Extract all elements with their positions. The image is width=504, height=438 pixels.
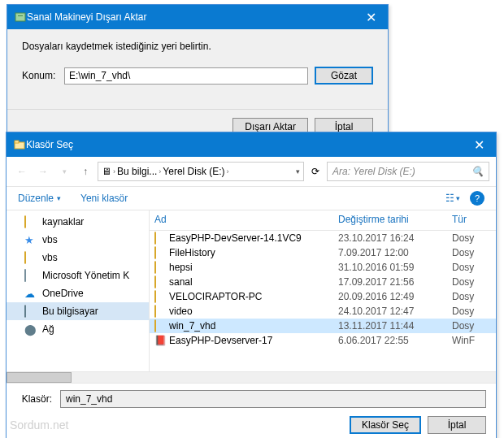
list-item[interactable]: sanal17.09.2017 21:56Dosy xyxy=(150,275,496,289)
file-name: EasyPHP-DevServer-14.1VC9 xyxy=(169,232,338,244)
file-type: 7.09.2017 12:00 xyxy=(338,247,452,258)
disk-icon xyxy=(24,270,37,281)
folder-icon xyxy=(154,247,167,258)
crumb-drive[interactable]: Yerel Disk (E:) xyxy=(163,166,224,177)
folder-icon xyxy=(154,320,167,332)
refresh-icon[interactable]: ⟳ xyxy=(307,163,324,180)
search-input[interactable]: Ara: Yerel Disk (E:) 🔍 xyxy=(327,162,489,181)
tree-item-label: kaynaklar xyxy=(42,216,84,228)
list-item[interactable]: VELOCIRAPTOR-PC20.09.2016 12:49Dosy xyxy=(150,289,496,304)
up-icon[interactable]: ↑ xyxy=(76,162,94,181)
folder-icon xyxy=(154,306,167,317)
view-mode-icon[interactable]: ☷▾ xyxy=(445,193,460,204)
file-name: sanal xyxy=(169,276,338,288)
svg-rect-0 xyxy=(15,13,25,21)
folder-icon xyxy=(24,252,37,263)
toolbar: Düzenle ▾ Yeni klasör ☷▾ ? xyxy=(7,187,496,210)
export-message: Dosyaları kaydetmek istediğiniz yeri bel… xyxy=(22,41,373,52)
folder-cancel-button[interactable]: İptal xyxy=(428,416,486,434)
file-type: 23.10.2017 16:24 xyxy=(338,232,452,244)
tree-item-label: vbs xyxy=(42,252,58,263)
folder-icon xyxy=(154,291,167,302)
tree-item-label: OneDrive xyxy=(42,288,84,299)
folder-input-row: Klasör: win_7_vhd xyxy=(16,390,486,408)
folder-buttons: Klasör Seç İptal xyxy=(16,416,486,434)
col-type[interactable]: Tür xyxy=(452,214,491,225)
close-icon[interactable]: ✕ xyxy=(354,5,388,29)
watermark: Sordum.net xyxy=(10,418,68,431)
tree-item-label: vbs xyxy=(42,234,58,245)
tree-item[interactable]: ⬤Ağ xyxy=(7,320,149,338)
chevron-down-icon: ▾ xyxy=(57,194,61,202)
onedrive-icon: ☁ xyxy=(24,288,37,299)
tree-item-label: Microsoft Yönetim K xyxy=(42,270,129,281)
export-dialog: Sanal Makineyi Dışarı Aktar ✕ Dosyaları … xyxy=(7,4,389,146)
file-type: 6.06.2017 22:55 xyxy=(338,335,452,346)
folder-close-icon[interactable]: ✕ xyxy=(462,132,496,157)
crumb-pc[interactable]: Bu bilgi... xyxy=(117,166,157,177)
breadcrumb[interactable]: 🖥 › Bu bilgi... › Yerel Disk (E:) › ▾ xyxy=(98,162,304,181)
svg-rect-3 xyxy=(15,141,19,143)
computer-icon xyxy=(24,306,37,317)
address-bar: ← → ▾ ↑ 🖥 › Bu bilgi... › Yerel Disk (E:… xyxy=(7,157,496,187)
folder-titlebar[interactable]: Klasör Seç ✕ xyxy=(7,132,496,157)
col-name[interactable]: Ad xyxy=(154,214,338,225)
horizontal-scrollbar[interactable] xyxy=(7,371,496,383)
network-icon: ⬤ xyxy=(24,323,37,335)
back-icon[interactable]: ← xyxy=(13,162,31,181)
location-label: Konum: xyxy=(22,70,58,81)
column-headers[interactable]: Ad Değiştirme tarihi Tür xyxy=(150,210,496,231)
folder-icon xyxy=(154,262,167,273)
search-icon: 🔍 xyxy=(471,166,484,177)
tree-item[interactable]: ☁OneDrive xyxy=(7,284,149,302)
folder-title-text: Klasör Seç xyxy=(26,139,462,150)
recent-dropdown-icon[interactable]: ▾ xyxy=(55,162,73,181)
chevron-right-icon: › xyxy=(113,167,115,176)
list-item[interactable]: FileHistory7.09.2017 12:00Dosy xyxy=(150,245,496,260)
file-name: VELOCIRAPTOR-PC xyxy=(169,291,338,302)
tree-item[interactable]: kaynaklar xyxy=(7,213,149,231)
export-icon xyxy=(14,11,27,24)
browse-button[interactable]: Gözat xyxy=(315,67,373,85)
tree-item[interactable]: ★vbs xyxy=(7,231,149,249)
list-pane: Ad Değiştirme tarihi Tür EasyPHP-DevServ… xyxy=(150,210,496,371)
tree-view[interactable]: kaynaklar★vbsvbsMicrosoft Yönetim K☁OneD… xyxy=(7,210,150,371)
tree-item-label: Bu bilgisayar xyxy=(42,306,98,317)
search-placeholder: Ara: Yerel Disk (E:) xyxy=(332,166,415,177)
chevron-right-icon: › xyxy=(159,167,161,176)
file-type: 13.11.2017 11:44 xyxy=(338,320,452,332)
tree-item-label: Ağ xyxy=(42,323,54,335)
folder-select-dialog: Klasör Seç ✕ ← → ▾ ↑ 🖥 › Bu bilgi... › Y… xyxy=(6,132,497,438)
file-type: 24.10.2017 12:47 xyxy=(338,306,452,317)
tree-item[interactable]: Microsoft Yönetim K xyxy=(7,267,149,284)
folder-name-input[interactable]: win_7_vhd xyxy=(60,390,486,408)
help-icon[interactable]: ? xyxy=(470,191,484,206)
tree-item[interactable]: vbs xyxy=(7,249,149,267)
chevron-down-icon[interactable]: ▾ xyxy=(296,167,300,176)
forward-icon[interactable]: → xyxy=(34,162,52,181)
organize-menu[interactable]: Düzenle ▾ xyxy=(18,193,61,204)
location-input[interactable]: E:\win_7_vhd\ xyxy=(64,67,308,85)
tree-item[interactable]: Bu bilgisayar xyxy=(7,302,149,320)
select-folder-button[interactable]: Klasör Seç xyxy=(350,416,421,434)
bottom-panel: Klasör: win_7_vhd Klasör Seç İptal xyxy=(7,383,496,438)
col-date[interactable]: Değiştirme tarihi xyxy=(338,214,452,225)
main-area: kaynaklar★vbsvbsMicrosoft Yönetim K☁OneD… xyxy=(7,210,496,371)
file-list[interactable]: EasyPHP-DevServer-14.1VC923.10.2017 16:2… xyxy=(150,231,496,348)
list-item[interactable]: win_7_vhd13.11.2017 11:44Dosy xyxy=(150,319,496,333)
location-row: Konum: E:\win_7_vhd\ Gözat xyxy=(22,67,373,85)
file-type: 20.09.2016 12:49 xyxy=(338,291,452,302)
scroll-thumb[interactable] xyxy=(7,372,72,383)
pc-icon: 🖥 xyxy=(102,166,111,177)
list-item[interactable]: video24.10.2017 12:47Dosy xyxy=(150,304,496,319)
list-item[interactable]: 📕EasyPHP-Devserver-176.06.2017 22:55WinF xyxy=(150,333,496,348)
list-item[interactable]: EasyPHP-DevServer-14.1VC923.10.2017 16:2… xyxy=(150,231,496,245)
export-title-text: Sanal Makineyi Dışarı Aktar xyxy=(27,11,354,23)
list-item[interactable]: hepsi31.10.2016 01:59Dosy xyxy=(150,260,496,275)
file-name: EasyPHP-Devserver-17 xyxy=(169,335,338,346)
file-type: 31.10.2016 01:59 xyxy=(338,262,452,273)
new-folder-button[interactable]: Yeni klasör xyxy=(80,193,128,204)
file-type: 17.09.2017 21:56 xyxy=(338,276,452,288)
export-titlebar[interactable]: Sanal Makineyi Dışarı Aktar ✕ xyxy=(7,5,388,29)
file-name: win_7_vhd xyxy=(169,320,338,332)
